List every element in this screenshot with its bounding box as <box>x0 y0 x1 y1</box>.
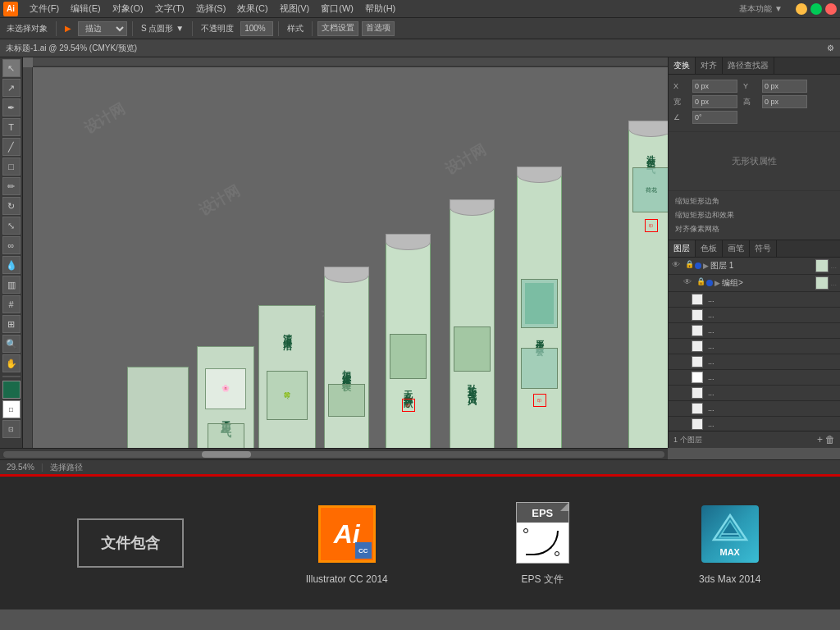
svg-marker-2 <box>719 521 741 537</box>
status-zoom: 29.54% <box>7 463 34 472</box>
pen-tool[interactable]: ✒ <box>2 98 21 116</box>
sublayer-5[interactable]: ... <box>669 354 840 370</box>
layer-1-color <box>695 262 701 269</box>
minimize-button[interactable] <box>796 3 807 15</box>
h-scroll-track[interactable] <box>3 451 664 458</box>
x-input[interactable] <box>692 80 737 93</box>
gradient-tool[interactable]: ▥ <box>2 276 21 294</box>
w-input[interactable] <box>692 95 737 108</box>
menu-view[interactable]: 视图(V) <box>275 1 315 16</box>
blend-tool[interactable]: ∞ <box>2 236 21 254</box>
sublayer-8[interactable]: ... <box>669 401 840 417</box>
option-round-corners[interactable]: 缩短矩形边角 <box>672 194 837 208</box>
hand-tool[interactable]: ✋ <box>2 354 21 372</box>
option-align-pixel[interactable]: 对齐像素网格 <box>672 222 837 236</box>
stroke-select[interactable]: 描边 <box>78 21 127 36</box>
toolbar-sep3 <box>192 21 193 36</box>
layer-1-lock[interactable]: 🔒 <box>685 260 693 272</box>
sublayer-5-thumb <box>692 356 703 368</box>
y-input[interactable] <box>762 80 807 93</box>
sublayer-group[interactable]: 👁 🔒 ▶ 编组> ... <box>669 275 840 292</box>
tab-align[interactable]: 对齐 <box>696 57 723 74</box>
sublayer-group-expand[interactable]: ▶ <box>714 279 720 287</box>
maximize-button[interactable] <box>810 3 822 15</box>
first-select-btn[interactable]: 首选项 <box>362 21 395 36</box>
canvas-area[interactable]: /* ruler ticks rendered via SVG */ 设计网 设… <box>23 57 668 448</box>
sublayer-4-name: ... <box>708 342 837 350</box>
rect-tool[interactable]: □ <box>2 158 21 176</box>
rotate-tool[interactable]: ↻ <box>2 197 21 215</box>
tab-swatches[interactable]: 色板 <box>696 240 723 257</box>
tab-layers[interactable]: 图层 <box>669 240 696 257</box>
menu-select[interactable]: 选择(S) <box>191 1 231 16</box>
sublayer-7[interactable]: ... <box>669 386 840 401</box>
type-tool[interactable]: T <box>2 118 21 136</box>
eps-body <box>517 523 568 563</box>
sublayer-group-lock[interactable]: 🔒 <box>696 277 705 289</box>
scale-tool[interactable]: ⤡ <box>2 217 21 235</box>
panel-7: 严干律己奉公 印 <box>517 172 562 448</box>
eps-icon-wrapper: EPS <box>509 500 575 566</box>
h-input[interactable] <box>762 95 807 108</box>
sublayer-9[interactable]: ... <box>669 417 840 431</box>
menu-edit[interactable]: 编辑(E) <box>66 1 106 16</box>
menu-help[interactable]: 帮助(H) <box>360 1 400 16</box>
window-controls: 基本功能 ▼ <box>739 3 837 15</box>
color-mode[interactable]: ⊡ <box>2 420 21 438</box>
canvas-content: 设计网 设计网 设计网 设计网 廉政文化 🌸 勇正气 印 清正廉洁 🍀 印 <box>33 67 668 448</box>
vertical-ruler <box>23 67 33 448</box>
zoom-tool[interactable]: 🔍 <box>2 335 21 353</box>
sublayer-4[interactable]: ... <box>669 339 840 354</box>
stroke-label: ▶ <box>62 22 75 34</box>
sublayer-3[interactable]: ... <box>669 323 840 339</box>
file-contains-label: 文件包含 <box>77 518 184 568</box>
tab-pathfinder[interactable]: 路径查找器 <box>723 57 774 74</box>
y-label: Y <box>743 82 760 90</box>
layer-1-expand[interactable]: ▶ <box>703 262 709 270</box>
eps-filename: EPS 文件 <box>522 573 564 587</box>
stroke-color[interactable]: □ <box>2 400 21 418</box>
add-layer-btn[interactable]: + <box>817 434 823 445</box>
menu-object[interactable]: 对象(O) <box>107 1 148 16</box>
tab-transform[interactable]: 变换 <box>669 57 696 74</box>
h-scroll-thumb[interactable] <box>202 451 251 458</box>
scroll7-top <box>517 167 562 183</box>
close-button[interactable] <box>825 3 837 15</box>
layer-1-eye[interactable]: 👁 <box>672 260 683 272</box>
sublayer-2[interactable]: ... <box>669 308 840 323</box>
h-scrollbar[interactable] <box>0 448 668 459</box>
layer-1[interactable]: 👁 🔒 ▶ 图层 1 ... <box>669 258 840 275</box>
opacity-input[interactable] <box>240 21 273 36</box>
mesh-tool[interactable]: # <box>2 295 21 313</box>
panel-5: 无私奉献 印 <box>386 240 431 448</box>
menu-window[interactable]: 窗口(W) <box>316 1 358 16</box>
panel-7-stamp: 印 <box>533 394 546 407</box>
menu-effect[interactable]: 效果(C) <box>232 1 272 16</box>
menu-items: 文件(F) 编辑(E) 对象(O) 文字(T) 选择(S) 效果(C) 视图(V… <box>25 1 400 16</box>
menu-text[interactable]: 文字(T) <box>150 1 189 16</box>
menu-file[interactable]: 文件(F) <box>25 1 64 16</box>
option-scale-strokes[interactable]: 缩短矩形边和效果 <box>672 208 837 222</box>
select-tool[interactable]: ↖ <box>2 59 21 77</box>
sublayer-6[interactable]: ... <box>669 370 840 386</box>
sublayer-group-eye[interactable]: 👁 <box>683 277 695 289</box>
line-tool[interactable]: ╱ <box>2 138 21 156</box>
shape-builder-tool[interactable]: ⊞ <box>2 315 21 333</box>
brush-tool[interactable]: ✏ <box>2 177 21 195</box>
panel-2: 🌸 勇正气 印 <box>197 346 254 448</box>
eyedropper-tool[interactable]: 💧 <box>2 256 21 274</box>
toolbar-sep2 <box>132 21 133 36</box>
sublayer-1[interactable]: ... <box>669 292 840 308</box>
panel-6-img <box>454 326 491 372</box>
status-info: 选择路径 <box>50 462 83 473</box>
angle-input[interactable] <box>692 111 737 124</box>
max-text: MAX <box>720 547 740 557</box>
ai-filename: Illustrator CC 2014 <box>306 573 388 585</box>
tab-brushes[interactable]: 画笔 <box>723 240 750 257</box>
fill-color[interactable] <box>2 381 21 399</box>
sublayer-6-thumb <box>692 372 703 383</box>
delete-layer-btn[interactable]: 🗑 <box>825 434 835 445</box>
doc-settings-btn[interactable]: 文档设置 <box>317 21 358 36</box>
tab-symbols[interactable]: 符号 <box>750 240 777 257</box>
direct-select-tool[interactable]: ↗ <box>2 79 21 97</box>
